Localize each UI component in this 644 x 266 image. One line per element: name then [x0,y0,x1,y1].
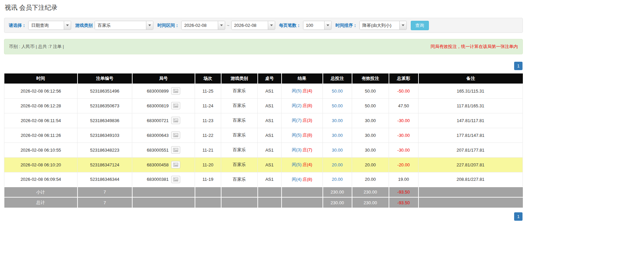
chevron-down-icon[interactable] [146,21,153,30]
cell-valid-bet: 30.00 [352,113,389,128]
date-from-picker [181,21,225,30]
query-type-combobox [28,21,71,30]
cell-remark: 208.81/227.81 [418,172,523,187]
sort-order-input[interactable] [360,21,399,30]
cell-game-type: 百家乐 [221,128,258,143]
subtotal-count: 7 [78,187,132,197]
column-header-time: 时间 [4,73,78,84]
sort-order-combobox [359,21,407,30]
cell-result: 闲(2)庄(8) [282,98,323,113]
date-range-label: 时间区间： [157,22,179,29]
cell-round: 683000819 [132,98,195,113]
subtotal-empty [132,187,195,197]
total-bet-link[interactable]: 50.00 [332,89,343,94]
date-to-input[interactable] [232,21,268,30]
search-button[interactable]: 查询 [411,21,429,30]
cell-table-no: AS1 [258,98,282,113]
page-button[interactable]: 1 [514,62,523,70]
cell-round: 683000551 [132,143,195,157]
cell-time: 2026-02-08 06:12:28 [4,98,78,113]
result-banker: 庄(8) [303,177,312,182]
cell-valid-bet: 20.00 [352,157,389,172]
date-to-picker [231,21,275,30]
round-image-icon[interactable] [171,146,180,154]
cell-table-no: AS1 [258,143,282,157]
summary-bar: 币别 : 人民币 | 总共 :7 注单 | 同局有效投注，统一计算在该局第一张注… [4,39,523,54]
cell-payout: -30.00 [389,143,418,157]
chevron-down-icon[interactable] [64,21,71,30]
pagination-bottom: 1 [4,212,523,221]
total-bet-link[interactable]: 30.00 [332,148,343,153]
cell-time: 2026-02-08 06:11:54 [4,113,78,128]
total-total-bet: 230.00 [323,197,352,208]
chevron-down-icon[interactable] [399,21,406,30]
table-row: 2026-02-08 06:11:54 523186349836 6830007… [4,113,523,128]
cell-remark: 117.81/165.31 [418,98,523,113]
total-empty [418,197,523,208]
cell-bet-id: 523186349836 [78,113,132,128]
summary-note: 同局有效投注，统一计算在该局第一张注单内 [431,44,518,50]
result-player: 闲(5) [292,88,302,93]
column-header-round: 局号 [132,73,195,84]
pagination-top: 1 [4,62,523,70]
cell-total-bet: 50.00 [323,84,352,98]
cell-result: 闲(7)庄(3) [282,113,323,128]
round-image-icon[interactable] [171,176,180,183]
cell-bet-id: 523186351496 [78,84,132,98]
grand-total-row: 总计 7 230.00 230.00 -93.50 [4,197,523,208]
cell-table-no: AS1 [258,157,282,172]
round-image-icon[interactable] [171,161,180,168]
page-button[interactable]: 1 [514,212,523,221]
cell-session: 11-21 [195,143,221,157]
round-number: 683000458 [147,162,168,167]
cell-table-no: AS1 [258,128,282,143]
chevron-down-icon[interactable] [324,21,331,30]
cell-game-type: 百家乐 [221,84,258,98]
subtotal-total-bet: 230.00 [323,187,352,197]
round-image-icon[interactable] [171,117,180,124]
date-from-input[interactable] [182,21,218,30]
total-bet-link[interactable]: 20.00 [332,162,343,167]
round-image-icon[interactable] [171,131,180,139]
total-bet-link[interactable]: 30.00 [332,118,343,123]
column-header-remark: 备注 [418,73,523,84]
total-empty [258,197,282,208]
game-type-input[interactable] [95,21,146,30]
cell-valid-bet: 20.00 [352,172,389,187]
query-type-input[interactable] [29,21,64,30]
page-size-combobox [303,21,332,30]
cell-result: 闲(5)庄(4) [282,84,323,98]
chevron-down-icon[interactable] [218,21,225,30]
date-separator: ~ [227,23,230,28]
subtotal-valid-bet: 230.00 [352,187,389,197]
cell-round: 683000721 [132,113,195,128]
result-player: 闲(7) [292,118,302,123]
round-number: 683000643 [147,133,168,138]
total-bet-link[interactable]: 50.00 [332,103,343,108]
chevron-down-icon[interactable] [268,21,275,30]
table-row: 2026-02-08 06:11:26 523186349103 6830006… [4,128,523,143]
table-row: 2026-02-08 06:10:20 523186347124 6830004… [4,157,523,172]
round-number: 683000551 [147,148,168,153]
cell-payout: 19.00 [389,172,418,187]
round-image-icon[interactable] [171,87,180,95]
cell-payout: 47.50 [389,98,418,113]
cell-total-bet: 50.00 [323,98,352,113]
cell-remark: 227.81/207.81 [418,157,523,172]
round-image-icon[interactable] [171,102,180,109]
cell-session: 11-25 [195,84,221,98]
total-bet-link[interactable]: 20.00 [332,177,343,182]
subtotal-payout: -93.50 [389,187,418,197]
total-bet-link[interactable]: 30.00 [332,133,343,138]
cell-total-bet: 20.00 [323,172,352,187]
cell-total-bet: 30.00 [323,128,352,143]
cell-session: 11-23 [195,113,221,128]
round-number: 683000819 [147,103,168,108]
result-banker: 庄(3) [303,118,312,123]
result-player: 闲(2) [292,103,302,108]
select-label: 请选择： [9,22,26,29]
cell-game-type: 百家乐 [221,172,258,187]
page-size-input[interactable] [303,21,324,30]
total-label: 总计 [4,197,78,208]
cell-valid-bet: 50.00 [352,84,389,98]
